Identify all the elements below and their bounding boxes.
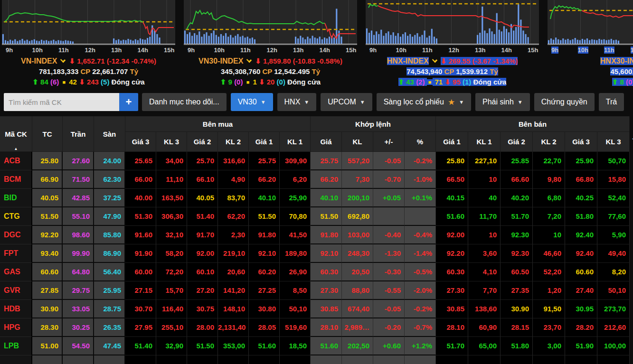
buy-price-cell[interactable]: 27.95 <box>125 318 156 337</box>
symbol-column-header[interactable]: Mã CK▲ <box>0 116 32 152</box>
buy-volume-cell[interactable]: 316,60 <box>218 152 249 170</box>
buy-volume-cell[interactable]: 309,90 <box>280 152 311 170</box>
sell-volume-cell[interactable]: 3,60 <box>468 244 501 263</box>
buy-price-cell[interactable]: 40.00 <box>125 189 156 207</box>
sell-price-cell[interactable]: 60.60 <box>565 263 597 281</box>
symbol-cell[interactable]: BID <box>0 189 32 207</box>
sell-price-cell[interactable]: 92.40 <box>565 226 597 244</box>
buy-volume-cell[interactable]: 353,00 <box>218 337 249 355</box>
index-chart-panel-vn-index[interactable]: 9h10h11h12h13h14h15h <box>2 0 175 55</box>
match-cell[interactable]: 7,30 <box>342 170 373 189</box>
buy-price-cell[interactable]: 92.00 <box>187 244 218 263</box>
match-cell[interactable]: -0.40 <box>373 226 405 244</box>
sell-price-cell[interactable]: 66.60 <box>501 170 533 189</box>
ref-price-cell[interactable]: 66.90 <box>32 170 63 189</box>
sell-volume-cell[interactable]: 46,60 <box>533 244 565 263</box>
table-row-empty[interactable] <box>0 355 630 364</box>
tab-s-ng-l-c-c-phi-u[interactable]: Sàng lọc cổ phiếu★▼ <box>377 93 471 111</box>
symbol-cell[interactable]: HDB <box>0 300 32 318</box>
index-chart-panel-hnx-index[interactable]: 9h10h11h12h13h14h15h <box>366 0 539 55</box>
ref-price-cell[interactable]: 30.90 <box>32 300 63 318</box>
sell-volume-cell[interactable]: 65,00 <box>468 337 501 355</box>
index-title-line[interactable]: HNX30-INDEX⬇ <box>548 56 633 66</box>
table-row-hdb[interactable]: HDB30.9033.0528.7530.70116,4030.75148,10… <box>0 300 630 318</box>
index-chart-panel-hnx30-index[interactable]: 9h10h11h12h13h14h15h <box>548 0 633 55</box>
table-row-gas[interactable]: GAS60.6064.8056.4060.0072,2060.1020,6060… <box>0 263 630 281</box>
buy-price-cell[interactable]: 30.75 <box>187 300 218 318</box>
buy-price-cell[interactable]: 51.40 <box>187 207 218 226</box>
sell-volume-cell[interactable]: 7,70 <box>468 281 501 300</box>
sort-ascending-icon[interactable]: ▲ <box>14 147 18 151</box>
sell-price-cell[interactable]: 28.15 <box>501 318 533 337</box>
ceiling-price-cell[interactable]: 71.50 <box>63 170 94 189</box>
buy-volume-cell[interactable]: 15,70 <box>156 281 187 300</box>
buy-volume-cell[interactable]: 2,131,40 <box>218 318 249 337</box>
floor-price-cell[interactable]: 25.95 <box>94 281 125 300</box>
sell-volume-cell[interactable]: 60,90 <box>468 318 501 337</box>
buy-price-cell[interactable]: 40.05 <box>187 189 218 207</box>
symbol-cell[interactable]: GVR <box>0 281 32 300</box>
index-name[interactable]: HNX-INDEX <box>387 57 429 65</box>
chevron-down-icon[interactable] <box>60 57 66 63</box>
match-cell[interactable]: -0.4% <box>405 226 436 244</box>
match-cell[interactable]: 248,30 <box>342 244 373 263</box>
match-cell[interactable]: 557,20 <box>342 152 373 170</box>
buy-volume-cell[interactable]: 70,80 <box>280 207 311 226</box>
table-row-acb[interactable]: ACB25.8027.6024.0025.6534,0025.70316,602… <box>0 152 630 170</box>
buy-volume-cell[interactable]: 11,10 <box>156 170 187 189</box>
match-cell[interactable]: -0.5% <box>405 263 436 281</box>
buy-price-cell[interactable]: 40.10 <box>249 189 280 207</box>
sell-price-cell[interactable]: 66.80 <box>565 170 597 189</box>
ceiling-price-cell[interactable]: 27.60 <box>63 152 94 170</box>
buy-price-cell[interactable]: 51.30 <box>125 207 156 226</box>
buy-price-cell[interactable]: 91.80 <box>249 226 280 244</box>
symbol-cell[interactable]: ACB <box>0 152 32 170</box>
buy-volume-cell[interactable]: 83,70 <box>218 189 249 207</box>
index-title-line[interactable]: HNX-INDEX⬇ 269.55 (-3.67 -1.34%) <box>366 56 539 66</box>
tab-upcom[interactable]: UPCOM▼ <box>321 93 372 111</box>
buy-volume-cell[interactable]: 8,50 <box>280 281 311 300</box>
buy-price-cell[interactable]: 66.20 <box>249 170 280 189</box>
table-row-dgc[interactable]: DGC92.2098.6085.8091.6032,1091.702,3091.… <box>0 226 630 244</box>
buy-volume-cell[interactable]: 148,10 <box>218 300 249 318</box>
sell-price-cell[interactable]: 60.50 <box>501 263 533 281</box>
sell-price-cell[interactable]: 66.50 <box>436 170 468 189</box>
sell-volume-cell[interactable]: 10 <box>533 226 565 244</box>
match-cell[interactable]: 202,50 <box>342 337 373 355</box>
sell-volume-cell[interactable]: 7,20 <box>533 207 565 226</box>
sell-price-cell[interactable]: 60.30 <box>436 263 468 281</box>
sell-volume-cell[interactable]: 11,70 <box>468 207 501 226</box>
index-title-line[interactable]: VN-INDEX⬇ 1,652.71 (-12.34 -0.74%) <box>2 56 175 66</box>
match-cell[interactable]: -0.20 <box>373 318 405 337</box>
floor-price-cell[interactable]: 47.90 <box>94 207 125 226</box>
buy-volume-cell[interactable]: 141,20 <box>218 281 249 300</box>
buy-volume-cell[interactable]: 4,90 <box>218 170 249 189</box>
buy-volume-cell[interactable]: 58,20 <box>156 244 187 263</box>
sell-volume-cell[interactable]: 50,70 <box>597 152 630 170</box>
sell-volume-cell[interactable]: 52,40 <box>597 189 630 207</box>
buy-price-cell[interactable]: 60.10 <box>187 263 218 281</box>
sell-volume-cell[interactable]: 5,90 <box>597 226 630 244</box>
match-cell[interactable]: 30.85 <box>311 300 342 318</box>
ceiling-price-cell[interactable]: 98.60 <box>63 226 94 244</box>
match-cell[interactable]: 91.80 <box>311 226 342 244</box>
buy-price-cell[interactable]: 51.50 <box>187 337 218 355</box>
sell-volume-cell[interactable]: 49,40 <box>597 244 630 263</box>
buy-volume-cell[interactable]: 18,50 <box>280 337 311 355</box>
sell-volume-cell[interactable]: 1,20 <box>533 281 565 300</box>
buy-price-cell[interactable]: 66.00 <box>125 170 156 189</box>
match-cell[interactable]: 92.10 <box>311 244 342 263</box>
buy-price-cell[interactable]: 91.90 <box>125 244 156 263</box>
sell-volume-cell[interactable]: 273,70 <box>597 300 630 318</box>
floor-price-cell[interactable]: 24.00 <box>94 152 125 170</box>
buy-volume-cell[interactable]: 6,20 <box>280 170 311 189</box>
match-cell[interactable]: 20,50 <box>342 263 373 281</box>
tab-ph-i-sinh[interactable]: Phái sinh▼ <box>475 93 530 111</box>
symbol-cell[interactable]: LPB <box>0 337 32 355</box>
match-cell[interactable] <box>405 207 436 226</box>
floor-price-cell[interactable]: 86.90 <box>94 244 125 263</box>
buy-volume-cell[interactable]: 50,10 <box>280 300 311 318</box>
ceiling-price-cell[interactable]: 29.75 <box>63 281 94 300</box>
buy-volume-cell[interactable]: 41,50 <box>280 226 311 244</box>
buy-volume-cell[interactable]: 116,40 <box>156 300 187 318</box>
